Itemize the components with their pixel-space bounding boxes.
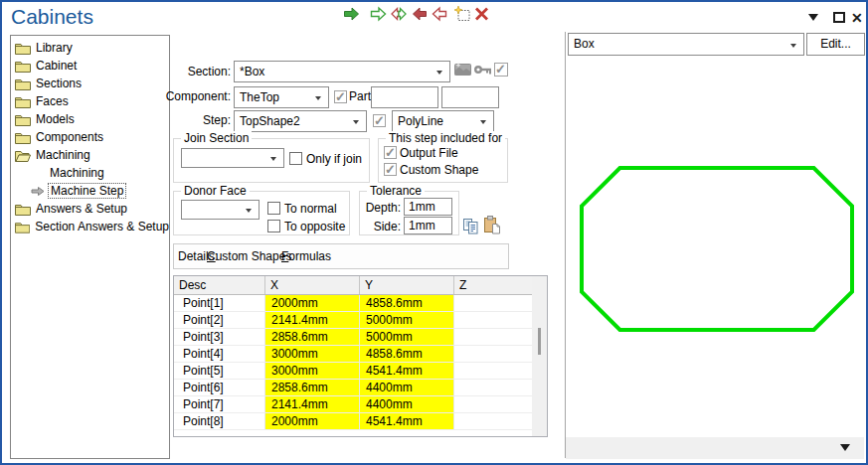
- folder-icon: [15, 78, 31, 90]
- tree-item-machining[interactable]: Machining: [11, 146, 169, 164]
- cell-z[interactable]: [454, 329, 532, 345]
- cell-z[interactable]: [454, 380, 532, 395]
- arrow-both-icon: [390, 6, 408, 22]
- move-right-button[interactable]: [343, 6, 361, 23]
- key-icon[interactable]: [474, 64, 492, 76]
- picture-icon[interactable]: [454, 62, 471, 77]
- edit-button[interactable]: Edit...: [806, 33, 865, 56]
- folder-icon: [15, 131, 31, 144]
- part-input-2[interactable]: [441, 86, 499, 108]
- cell-z[interactable]: [454, 363, 532, 379]
- tree-item-components[interactable]: Components: [11, 128, 169, 146]
- cell-desc[interactable]: Point[1]: [174, 295, 265, 311]
- side-input[interactable]: [404, 217, 452, 234]
- cell-z[interactable]: [454, 312, 532, 328]
- tree-item-machine-step[interactable]: Machine Step: [11, 182, 169, 200]
- cell-desc[interactable]: Point[8]: [174, 413, 265, 429]
- cell-desc[interactable]: Point[7]: [174, 396, 265, 412]
- cell-x[interactable]: 2000mm: [265, 295, 360, 311]
- copy-right-button[interactable]: [370, 6, 388, 23]
- folder-icon: [15, 221, 30, 233]
- section-dropdown[interactable]: *Box: [234, 61, 450, 82]
- table-row: Point[7] 2141.4mm 4400mm: [174, 396, 532, 413]
- folder-icon: [15, 60, 31, 73]
- close-button[interactable]: ✕: [851, 11, 863, 25]
- step-checkbox[interactable]: [373, 114, 386, 127]
- swap-both-button[interactable]: [390, 6, 408, 23]
- tree-item-library[interactable]: Library: [11, 39, 169, 57]
- tree-item-answers-setup[interactable]: Answers & Setup: [11, 200, 169, 218]
- tree-item-cabinet[interactable]: Cabinet: [11, 57, 169, 75]
- section-lock-checkbox[interactable]: [494, 63, 508, 77]
- tree-item-label: Library: [36, 41, 73, 55]
- cell-x[interactable]: 2000mm: [265, 413, 360, 429]
- side-label: Side:: [362, 220, 401, 234]
- tree-item-models[interactable]: Models: [11, 110, 169, 128]
- cell-desc[interactable]: Point[3]: [174, 329, 265, 345]
- cell-x[interactable]: 2858.6mm: [265, 380, 360, 395]
- cell-x[interactable]: 2141.4mm: [265, 312, 360, 328]
- tree-item-faces[interactable]: Faces: [11, 92, 169, 110]
- cell-desc[interactable]: Point[6]: [174, 380, 265, 395]
- preview-bottom-bar: [566, 437, 864, 459]
- new-item-button[interactable]: [453, 6, 471, 23]
- move-left-button[interactable]: [411, 6, 429, 23]
- shape-selector-dropdown[interactable]: Box: [568, 33, 804, 56]
- component-dropdown[interactable]: TheTop: [234, 86, 329, 108]
- to-opposite-checkbox[interactable]: [267, 220, 280, 232]
- paste-button[interactable]: [483, 216, 501, 237]
- delete-button[interactable]: [473, 6, 491, 23]
- part-input-1[interactable]: [371, 86, 438, 108]
- tree-item-machining-child[interactable]: Machining: [11, 164, 169, 182]
- cell-y[interactable]: 4858.6mm: [360, 346, 454, 362]
- cell-y[interactable]: 4400mm: [360, 380, 454, 395]
- step-type-dropdown[interactable]: PolyLine: [392, 110, 494, 132]
- scrollbar-thumb[interactable]: [538, 328, 541, 355]
- tree-item-sections[interactable]: Sections: [11, 75, 169, 92]
- accesskey: C: [207, 249, 216, 263]
- copy-left-button[interactable]: [431, 6, 448, 23]
- table-scrollbar[interactable]: [532, 276, 547, 436]
- step-value: TopShape2: [240, 114, 300, 128]
- step-dropdown[interactable]: TopShape2: [234, 110, 367, 132]
- cell-desc[interactable]: Point[2]: [174, 312, 265, 328]
- cell-y[interactable]: 4858.6mm: [360, 295, 454, 311]
- cell-y[interactable]: 4541.4mm: [360, 413, 454, 429]
- to-normal-checkbox[interactable]: [267, 202, 280, 215]
- cell-y[interactable]: 5000mm: [360, 312, 454, 328]
- points-table-grid: Desc X Y Z Point[1] 2000mm 4858.6mm Poin…: [174, 276, 532, 436]
- expand-down-icon[interactable]: [840, 444, 850, 456]
- cell-y[interactable]: 4400mm: [360, 396, 454, 412]
- cell-x[interactable]: 2141.4mm: [265, 396, 360, 412]
- col-header-y: Y: [360, 276, 454, 294]
- cell-x[interactable]: 3000mm: [265, 363, 360, 379]
- col-header-x: X: [265, 276, 360, 294]
- tree-item-section-answers-setup[interactable]: Section Answers & Setup: [11, 218, 169, 235]
- component-checkbox[interactable]: [334, 90, 347, 103]
- formulas-link[interactable]: Formulas: [281, 249, 331, 264]
- cell-y[interactable]: 5000mm: [360, 329, 454, 345]
- cell-x[interactable]: 3000mm: [265, 346, 360, 362]
- window-menu-button[interactable]: [808, 14, 818, 26]
- cell-y[interactable]: 4541.4mm: [360, 363, 454, 379]
- join-section-dropdown[interactable]: [181, 148, 284, 168]
- component-value: TheTop: [240, 90, 279, 104]
- output-file-checkbox[interactable]: [384, 146, 397, 159]
- maximize-button[interactable]: [833, 12, 845, 23]
- custom-shapes-link[interactable]: Custom Shapes: [207, 249, 291, 264]
- only-if-join-checkbox[interactable]: [289, 152, 302, 165]
- cell-z[interactable]: [454, 346, 532, 362]
- cell-desc[interactable]: Point[4]: [174, 346, 265, 362]
- cell-x[interactable]: 2858.6mm: [265, 329, 360, 345]
- cell-z[interactable]: [454, 295, 532, 311]
- copy-button[interactable]: [462, 219, 479, 237]
- cell-z[interactable]: [454, 396, 532, 412]
- donor-face-dropdown[interactable]: [181, 200, 260, 220]
- depth-input[interactable]: [404, 198, 452, 216]
- tree-item-label: Faces: [36, 94, 69, 108]
- cell-desc[interactable]: Point[5]: [174, 363, 265, 379]
- tree-item-label: Section Answers & Setup: [35, 220, 169, 233]
- cell-z[interactable]: [454, 413, 532, 429]
- to-normal-label: To normal: [284, 202, 337, 217]
- custom-shape-checkbox[interactable]: [384, 163, 397, 176]
